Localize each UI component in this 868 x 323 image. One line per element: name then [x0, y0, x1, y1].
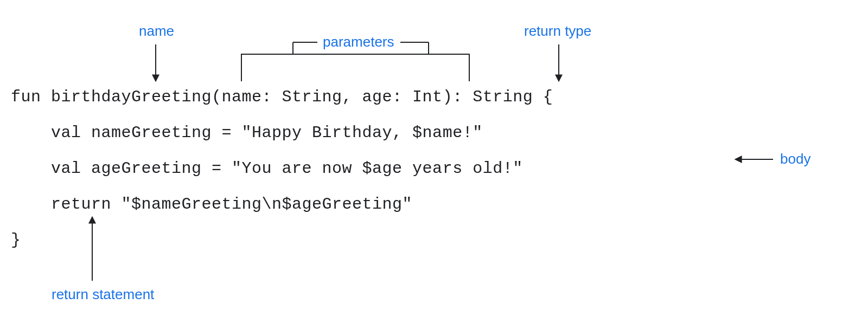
code-line-4: return "$nameGreeting\n$ageGreeting": [11, 195, 412, 214]
code-line-1: fun birthdayGreeting(name: String, age: …: [11, 88, 553, 106]
label-return-statement: return statement: [52, 286, 154, 303]
svg-line-0: [241, 43, 316, 54]
code-line-5: }: [11, 231, 21, 249]
code-line-2: val nameGreeting = "Happy Birthday, $nam…: [11, 124, 483, 142]
label-parameters: parameters: [323, 34, 394, 50]
label-name: name: [139, 23, 174, 40]
code-line-3: val ageGreeting = "You are now $age year…: [11, 159, 523, 178]
bracket-parameters: [241, 54, 469, 81]
label-return-type: return type: [524, 23, 591, 40]
label-body: body: [780, 151, 810, 167]
